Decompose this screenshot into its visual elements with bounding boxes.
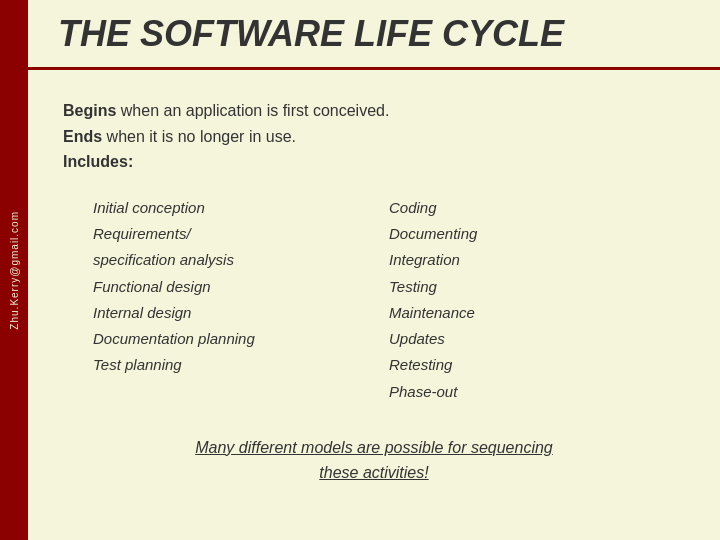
includes-label: Includes: (63, 153, 133, 170)
ends-text: when it is no longer in use. (102, 128, 296, 145)
footer-text: Many different models are possible for s… (63, 435, 685, 486)
ends-label: Ends (63, 128, 102, 145)
list-item: Integration (389, 247, 685, 273)
list-item: specification analysis (93, 247, 389, 273)
list-item: Updates (389, 326, 685, 352)
list-item: Documenting (389, 221, 685, 247)
footer-line1: Many different models are possible for s… (195, 439, 553, 456)
main-content: Begins when an application is first conc… (28, 73, 720, 540)
list-item: Phase-out (389, 379, 685, 405)
lists-container: Initial conceptionRequirements/specifica… (93, 195, 685, 405)
page-title: THE SOFTWARE LIFE CYCLE (58, 13, 564, 55)
list-item: Test planning (93, 352, 389, 378)
list-item: Internal design (93, 300, 389, 326)
list-item: Coding (389, 195, 685, 221)
intro-block: Begins when an application is first conc… (63, 98, 685, 175)
list-item: Requirements/ (93, 221, 389, 247)
list-item: Maintenance (389, 300, 685, 326)
list-item: Documentation planning (93, 326, 389, 352)
left-list: Initial conceptionRequirements/specifica… (93, 195, 389, 405)
footer-line2: these activities! (319, 464, 428, 481)
begins-text: when an application is first conceived. (116, 102, 389, 119)
header-bar: THE SOFTWARE LIFE CYCLE (28, 0, 720, 70)
left-sidebar: Zhu.Kerry@gmail.com (0, 0, 28, 540)
sidebar-email: Zhu.Kerry@gmail.com (9, 211, 20, 330)
right-list: CodingDocumentingIntegrationTestingMaint… (389, 195, 685, 405)
list-item: Functional design (93, 274, 389, 300)
begins-label: Begins (63, 102, 116, 119)
list-item: Initial conception (93, 195, 389, 221)
list-item: Testing (389, 274, 685, 300)
list-item: Retesting (389, 352, 685, 378)
